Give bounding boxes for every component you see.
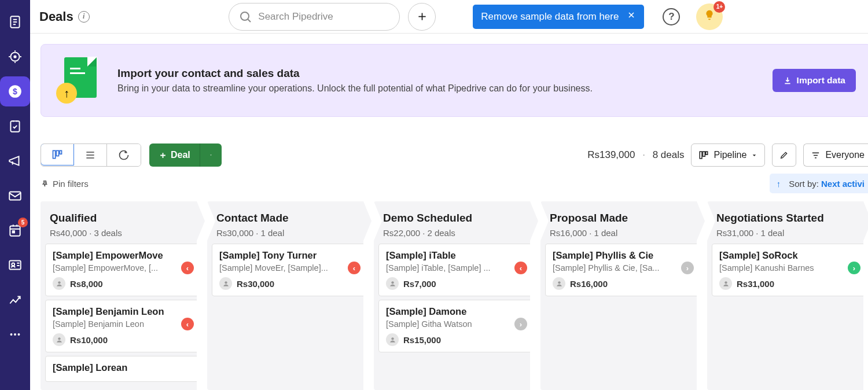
- svg-rect-20: [706, 152, 708, 154]
- svg-rect-8: [13, 231, 14, 233]
- subbar: Pin filters ↑ Sort by: Next activi: [41, 174, 868, 193]
- column-value: Rs30,000: [216, 228, 253, 238]
- filter-selector[interactable]: Everyone: [803, 144, 868, 167]
- nav-item-contacts[interactable]: [0, 250, 30, 280]
- search-icon: [238, 10, 252, 24]
- remove-sample-label: Remove sample data from here: [481, 11, 619, 23]
- import-promo: ↑ Import your contact and sales data Bri…: [41, 44, 868, 117]
- column-title: Proposal Made: [550, 212, 696, 225]
- header: Deals i Remove sample data from here ?: [30, 0, 868, 34]
- nav-item-mail[interactable]: [0, 181, 30, 211]
- deal-amount: Rs30,000: [237, 279, 274, 289]
- add-button[interactable]: [408, 3, 436, 31]
- search-box[interactable]: [229, 3, 400, 31]
- svg-point-24: [391, 281, 393, 284]
- nav-item-calendar[interactable]: 5: [0, 215, 30, 245]
- column-value: Rs22,000: [383, 228, 420, 238]
- suggestion-button[interactable]: 1+: [696, 3, 723, 30]
- deal-subtitle: [Sample] Benjamin Leon: [53, 319, 193, 329]
- svg-point-13: [18, 333, 20, 336]
- deal-card[interactable]: [Sample] Benjamin Leon [Sample] Benjamin…: [45, 300, 200, 352]
- deal-card[interactable]: [Sample] SoRock [Sample] Kanushi Barnes …: [712, 244, 867, 296]
- deals-summary: Rs139,000 · 8 deals: [587, 149, 684, 161]
- deal-card[interactable]: [Sample] EmpowerMove [Sample] EmpowerMov…: [45, 244, 200, 296]
- deal-card[interactable]: [Sample] iTable [Sample] iTable, [Sample…: [378, 244, 534, 296]
- add-deal-button[interactable]: Deal: [149, 144, 200, 167]
- svg-rect-19: [703, 152, 705, 156]
- nav-item-focus[interactable]: [0, 42, 30, 72]
- pipeline-column: Contact MadeRs30,000·1 deal [Sample] Ton…: [207, 201, 372, 390]
- svg-point-10: [12, 263, 14, 266]
- remove-sample-pill[interactable]: Remove sample data from here: [473, 5, 644, 29]
- svg-point-25: [391, 337, 393, 340]
- promo-title: Import your contact and sales data: [117, 67, 593, 80]
- view-switcher: [41, 144, 141, 167]
- svg-point-21: [58, 281, 60, 284]
- avatar-icon: [386, 333, 399, 346]
- column-count: 1 deal: [260, 228, 284, 238]
- deal-amount: Rs10,000: [70, 335, 108, 345]
- column-title: Demo Scheduled: [383, 212, 529, 225]
- arrow-up-icon: ↑: [777, 179, 781, 189]
- search-input[interactable]: [258, 11, 390, 23]
- pencil-icon: [779, 150, 789, 160]
- status-badge-red: ‹: [348, 262, 361, 274]
- svg-rect-5: [10, 121, 19, 131]
- kanban-board: QualifiedRs40,000·3 deals [Sample] Empow…: [41, 201, 868, 390]
- import-icon: ↑: [56, 57, 102, 104]
- pipeline-selector[interactable]: Pipeline: [691, 144, 765, 167]
- close-icon[interactable]: [627, 10, 636, 23]
- deal-title: [Sample] Phyllis & Cie: [553, 250, 693, 261]
- pipeline-icon: [698, 150, 709, 160]
- deal-subtitle: [Sample] MoveEr, [Sample]...: [219, 263, 359, 273]
- promo-desc: Bring in your data to streamline your op…: [117, 83, 593, 94]
- bulb-badge: 1+: [713, 1, 725, 13]
- content: ↑ Import your contact and sales data Bri…: [30, 34, 868, 390]
- deal-card[interactable]: [Sample] Lorean: [45, 356, 200, 382]
- sort-value: Next activi: [821, 179, 865, 189]
- svg-point-14: [241, 12, 249, 20]
- view-pipeline[interactable]: [41, 144, 74, 165]
- status-badge-red: ‹: [514, 262, 527, 274]
- svg-point-26: [558, 281, 560, 284]
- sort-chip[interactable]: ↑ Sort by: Next activi: [770, 174, 868, 193]
- status-badge-gray: ›: [514, 318, 527, 330]
- add-deal-dropdown[interactable]: [200, 144, 222, 167]
- info-icon[interactable]: i: [78, 11, 90, 23]
- svg-point-2: [14, 56, 16, 57]
- lightbulb-icon: [703, 9, 716, 25]
- help-button[interactable]: ?: [663, 8, 680, 25]
- nav-item-activities[interactable]: [0, 111, 30, 141]
- pipeline-column: Negotiations StartedRs31,000·1 deal [Sam…: [707, 201, 868, 390]
- svg-point-22: [58, 337, 60, 340]
- svg-rect-9: [9, 260, 21, 269]
- column-title: Contact Made: [216, 212, 362, 225]
- total-value: Rs139,000: [587, 149, 635, 160]
- edit-pipeline-button[interactable]: [772, 144, 796, 167]
- nav-item-leads[interactable]: [0, 7, 30, 37]
- deal-card[interactable]: [Sample] Phyllis & Cie [Sample] Phyllis …: [545, 244, 700, 296]
- nav-item-campaigns[interactable]: [0, 146, 30, 176]
- column-title: Qualified: [50, 212, 196, 225]
- deal-subtitle: [Sample] Kanushi Barnes: [719, 263, 859, 273]
- deal-title: [Sample] Lorean: [53, 362, 193, 373]
- nav-item-more[interactable]: [0, 319, 30, 349]
- add-deal-group: Deal: [149, 144, 222, 167]
- import-data-button[interactable]: Import data: [773, 69, 856, 92]
- svg-rect-7: [10, 226, 20, 236]
- pin-filters[interactable]: Pin filters: [41, 179, 89, 189]
- svg-rect-17: [60, 150, 61, 154]
- nav-item-deals[interactable]: $: [0, 76, 30, 106]
- deal-card[interactable]: [Sample] Damone [Sample] Githa Watson Rs…: [378, 300, 534, 352]
- svg-point-27: [724, 281, 727, 284]
- deal-amount: Rs15,000: [403, 335, 441, 345]
- view-forecast[interactable]: [107, 144, 141, 166]
- nav-item-insights[interactable]: [0, 285, 30, 315]
- column-count: 3 deals: [94, 228, 122, 238]
- plus-icon: [416, 10, 428, 23]
- svg-point-11: [10, 333, 13, 336]
- deal-card[interactable]: [Sample] Tony Turner [Sample] MoveEr, [S…: [212, 244, 367, 296]
- nav-badge: 5: [18, 218, 28, 227]
- column-count: 1 deal: [594, 228, 617, 238]
- view-list[interactable]: [73, 144, 107, 166]
